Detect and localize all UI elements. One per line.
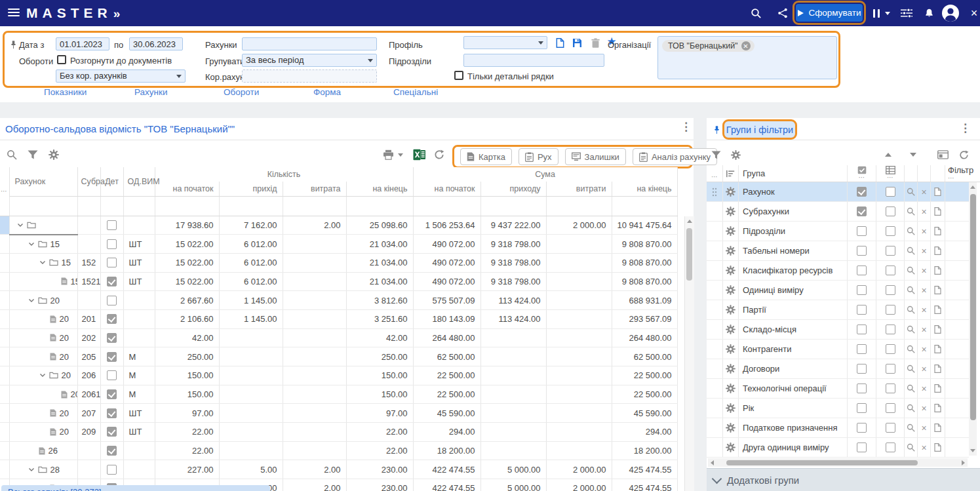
detail-checkbox[interactable] [107, 352, 117, 362]
group-document-icon[interactable] [931, 222, 945, 241]
group-settings-gear-icon[interactable] [723, 340, 739, 359]
qty-cell-1[interactable] [219, 404, 283, 423]
table-settings-gear-icon[interactable] [47, 148, 60, 161]
drag-handle[interactable] [707, 399, 723, 418]
row-marker[interactable] [0, 423, 9, 442]
drag-handle[interactable] [707, 281, 723, 300]
group-name[interactable]: Партії [739, 300, 848, 319]
detail-cell[interactable] [100, 291, 123, 310]
group-row[interactable]: Технологічні операції× [707, 379, 969, 399]
qty-cell-0[interactable]: 15 022.00 [155, 253, 219, 272]
group-settings-gear-icon[interactable] [723, 241, 739, 260]
group-filter-cell[interactable] [945, 438, 969, 457]
account-cell[interactable]: 20 [9, 366, 77, 385]
group-grid-cell[interactable] [876, 300, 905, 319]
sum-cell-3[interactable]: 9 808 870.00 [612, 235, 677, 254]
sum-cell-3[interactable]: 264 480.00 [612, 328, 677, 347]
qty-cell-1[interactable] [219, 366, 283, 385]
group-enabled-cell[interactable] [848, 261, 876, 280]
detail-checkbox[interactable] [107, 389, 117, 399]
groups-settings-gear-icon[interactable] [729, 148, 742, 161]
expand-chevron-icon[interactable] [28, 298, 35, 303]
detail-checkbox[interactable] [107, 296, 117, 305]
sum-cell-3[interactable]: 688 931.09 [612, 291, 677, 310]
subaccount-cell[interactable] [77, 216, 100, 235]
qty-cell-3[interactable]: 150.00 [346, 385, 413, 404]
detail-checkbox[interactable] [107, 277, 117, 286]
account-cell[interactable]: 26 [9, 441, 77, 460]
sum-cell-1[interactable]: 9 318 798.00 [480, 272, 546, 291]
group-enabled-checkbox[interactable] [857, 324, 867, 334]
expand-chevron-icon[interactable] [17, 223, 24, 227]
sum-cell-1[interactable]: 9 318 798.00 [480, 235, 546, 254]
detail-cell[interactable] [100, 235, 123, 254]
sum-cell-3[interactable]: 9 808 870.00 [612, 272, 677, 291]
qty-cell-2[interactable]: 2.00 [283, 460, 346, 479]
tab-turnovers[interactable]: Обороти [224, 87, 259, 97]
scrollbar-thumb[interactable] [970, 194, 976, 420]
qty-cell-1[interactable]: 1 145.00 [219, 291, 283, 310]
qty-cell-3[interactable]: 21 034.00 [346, 253, 413, 272]
subaccount-cell[interactable]: 202 [77, 328, 100, 347]
detail-cell[interactable] [100, 441, 123, 460]
unit-cell[interactable]: М [123, 347, 155, 366]
group-filter-cell[interactable] [945, 340, 969, 359]
detail-checkbox[interactable] [107, 333, 117, 343]
drag-handle[interactable] [707, 261, 723, 280]
group-enabled-cell[interactable] [848, 202, 876, 221]
group-name[interactable]: Рік [739, 399, 848, 418]
share-icon[interactable] [776, 7, 789, 19]
sum-cell-2[interactable] [546, 328, 612, 347]
group-document-icon[interactable] [931, 182, 945, 201]
group-enabled-checkbox[interactable] [857, 442, 867, 452]
group-search-icon[interactable] [905, 359, 918, 378]
print-caret-icon[interactable] [397, 148, 404, 161]
group-search-icon[interactable] [905, 399, 918, 418]
group-document-icon[interactable] [931, 241, 945, 260]
group-clear-icon[interactable]: × [918, 438, 931, 457]
menu-icon[interactable] [8, 9, 20, 18]
group-row[interactable]: Рахунок× [707, 182, 969, 202]
sum-cell-1[interactable] [480, 385, 546, 404]
qty-cell-3[interactable]: 25 098.60 [346, 216, 413, 235]
detail-checkbox[interactable] [107, 239, 117, 249]
subaccount-cell[interactable]: 205 [77, 347, 100, 366]
group-clear-icon[interactable]: × [918, 399, 931, 418]
qty-cell-0[interactable]: 2 106.60 [155, 309, 219, 328]
group-enabled-checkbox[interactable] [857, 383, 867, 393]
sum-cell-1[interactable] [480, 404, 546, 423]
group-clear-icon[interactable]: × [918, 222, 931, 241]
group-search-icon[interactable] [905, 222, 918, 241]
qty-cell-2[interactable] [283, 441, 346, 460]
groups-refresh-icon[interactable] [957, 148, 970, 161]
group-search-icon[interactable] [905, 241, 918, 260]
group-enabled-cell[interactable] [848, 241, 876, 260]
group-enabled-checkbox[interactable] [857, 305, 867, 315]
expand-chevron-icon[interactable] [28, 467, 35, 472]
additional-groups-section[interactable]: Додаткові групи [707, 468, 980, 491]
account-column-header[interactable]: Рахунок [9, 167, 77, 196]
unit-cell[interactable] [123, 309, 155, 328]
group-enabled-cell[interactable] [848, 379, 876, 398]
group-enabled-cell[interactable] [848, 438, 876, 457]
detail-cell[interactable] [100, 404, 123, 423]
detail-checkbox[interactable] [107, 370, 117, 380]
group-row[interactable]: Рік× [707, 399, 969, 418]
row-marker[interactable] [0, 460, 9, 479]
group-name[interactable]: Одиниці виміру [739, 281, 848, 300]
group-filter-cell[interactable] [945, 241, 969, 260]
qty-cell-2[interactable] [283, 272, 346, 291]
scroll-right-arrow[interactable] [962, 460, 965, 465]
corr-accounts-input[interactable] [242, 69, 377, 83]
group-grid-cell[interactable] [876, 241, 905, 260]
table-row[interactable]: 20206М150.00150.0022 500.0022 500.00 [0, 366, 677, 385]
group-enabled-cell[interactable] [848, 222, 876, 241]
group-document-icon[interactable] [931, 379, 945, 398]
group-grid-cell[interactable] [876, 222, 905, 241]
sum-cell-2[interactable] [546, 423, 612, 442]
group-grid-cell[interactable] [876, 320, 905, 339]
qty-cell-1[interactable]: 6 012.00 [219, 253, 283, 272]
subaccount-cell[interactable] [77, 235, 100, 254]
group-row[interactable]: Складо-місця× [707, 320, 969, 340]
qty-cell-2[interactable]: 2.00 [283, 216, 346, 235]
